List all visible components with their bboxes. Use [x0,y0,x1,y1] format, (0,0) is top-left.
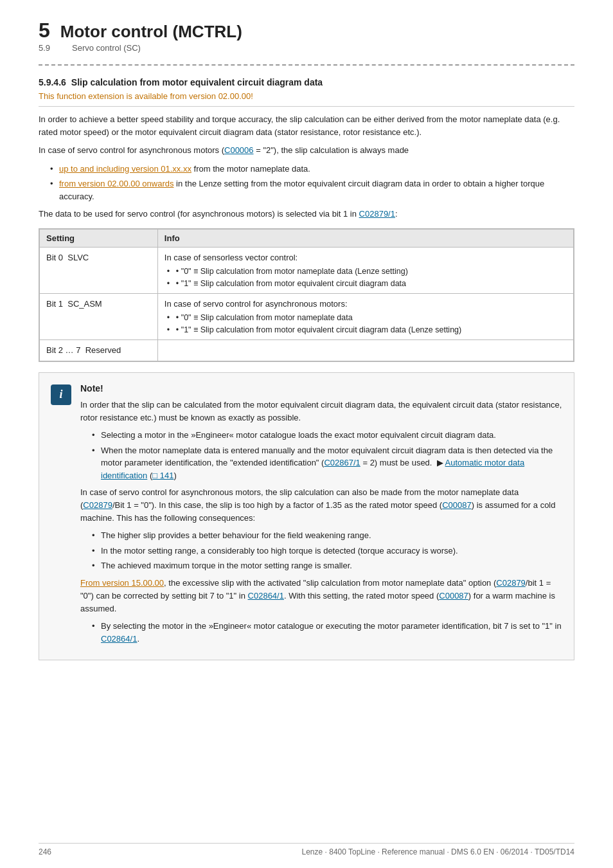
note-title: Note! [80,383,562,393]
link-C00087-2[interactable]: C00087 [439,591,468,601]
note-bullets-2: The higher slip provides a better behavi… [92,529,562,572]
note-para-2: In case of servo control for asynchronou… [80,486,562,525]
link-page-141[interactable]: □ 141 [152,471,173,480]
link-C02867[interactable]: C02867/1 [324,458,360,467]
footer-page-number: 246 [39,847,51,856]
bullet-item: The higher slip provides a better behavi… [92,529,562,542]
bullet-item: In the motor setting range, a considerab… [92,545,562,557]
section-heading: 5.9.4.6Slip calculation from motor equiv… [39,77,574,87]
info-bit2-7 [157,340,573,361]
link-C02864-2[interactable]: C02864/1 [101,634,137,644]
table-row: Bit 1 SC_ASM In case of servo control fo… [40,294,574,340]
setting-table: Setting Info Bit 0 SLVC In case of senso… [39,229,574,361]
info-bit1: In case of servo control for asynchronou… [157,294,573,340]
bullet-item: from version 02.00.00 onwards in the Len… [50,177,574,203]
table-row: Bit 0 SLVC In case of sensorless vector … [40,248,574,294]
subchapter-number: 5.9 [39,43,62,53]
page: 5 Motor control (MCTRL) 5.9 Servo contro… [0,0,613,868]
section-title: Slip calculation from motor equivalent c… [71,77,323,87]
bullet-item: By selecting the motor in the »Engineer«… [92,620,562,645]
chapter-number: 5 [39,19,50,42]
note-box: i Note! In order that the slip can be ca… [39,372,574,661]
info-bit0: In case of sensorless vector control: • … [157,248,573,294]
footer-doc-info: Lenze · 8400 TopLine · Reference manual … [302,847,574,856]
table-row: Bit 2 … 7 Reserved [40,340,574,361]
setting-bit1: Bit 1 SC_ASM [40,294,158,340]
link-C00006[interactable]: C00006 [224,145,254,155]
link-version-01[interactable]: up to and including version 01.xx.xx [59,164,191,174]
link-version-15[interactable]: From version 15.00.00 [80,578,164,588]
note-para-1: In order that the slip can be calculated… [80,399,562,424]
note-content: Note! In order that the slip can be calc… [80,383,562,650]
link-C02879-3[interactable]: C02879 [496,578,526,588]
link-C02879-1[interactable]: C02879/1 [359,209,395,219]
note-body: In order that the slip can be calculated… [80,399,562,646]
dashed-divider [39,64,574,66]
bullet-item: When the motor nameplate data is entered… [92,444,562,482]
note-para-3: From version 15.00.00, the excessive sli… [80,577,562,615]
note-bullets-3: By selecting the motor in the »Engineer«… [92,620,562,645]
bullet-item: The achieved maximum torque in the motor… [92,559,562,572]
header-section: 5 Motor control (MCTRL) 5.9 Servo contro… [39,19,574,53]
footer-bar: 246 Lenze · 8400 TopLine · Reference man… [39,843,574,856]
link-C00087-1[interactable]: C00087 [442,500,472,510]
bullet-item: Selecting a motor in the »Engineer« moto… [92,429,562,442]
bullet-item: up to and including version 01.xx.xx fro… [50,163,574,176]
version-notice: This function extension is available fro… [39,91,574,107]
link-version-02[interactable]: from version 02.00.00 onwards [59,179,173,188]
sub-bullet-item: • "1" ≡ Slip calculation from motor equi… [167,324,567,336]
col-info: Info [157,230,573,248]
sub-bullet-item: • "1" ≡ Slip calculation from motor equi… [167,278,567,290]
info-icon: i [51,384,71,405]
bullets-list-1: up to and including version 01.xx.xx fro… [50,163,574,203]
col-setting: Setting [40,230,158,248]
link-C02864-1[interactable]: C02864/1 [248,591,284,601]
link-C02879-2[interactable]: C02879 [83,500,112,510]
sub-bullet-item: • "0" ≡ Slip calculation from motor name… [167,266,567,278]
note-bullets-1: Selecting a motor in the »Engineer« moto… [92,429,562,482]
setting-bit2-7: Bit 2 … 7 Reserved [40,340,158,361]
data-table-container: Setting Info Bit 0 SLVC In case of senso… [39,228,574,362]
subchapter-name: Servo control (SC) [72,43,141,53]
chapter-title: 5 Motor control (MCTRL) [39,19,574,42]
chapter-name: Motor control (MCTRL) [60,23,242,41]
table-intro: The data to be used for servo control (f… [39,208,574,221]
subchapter-line: 5.9 Servo control (SC) [39,43,574,53]
intro-para-2: In case of servo control for asynchronou… [39,144,574,157]
setting-bit0: Bit 0 SLVC [40,248,158,294]
section-number: 5.9.4.6 [39,77,66,87]
sub-bullet-item: • "0" ≡ Slip calculation from motor name… [167,312,567,324]
intro-para-1: In order to achieve a better speed stabi… [39,113,574,139]
